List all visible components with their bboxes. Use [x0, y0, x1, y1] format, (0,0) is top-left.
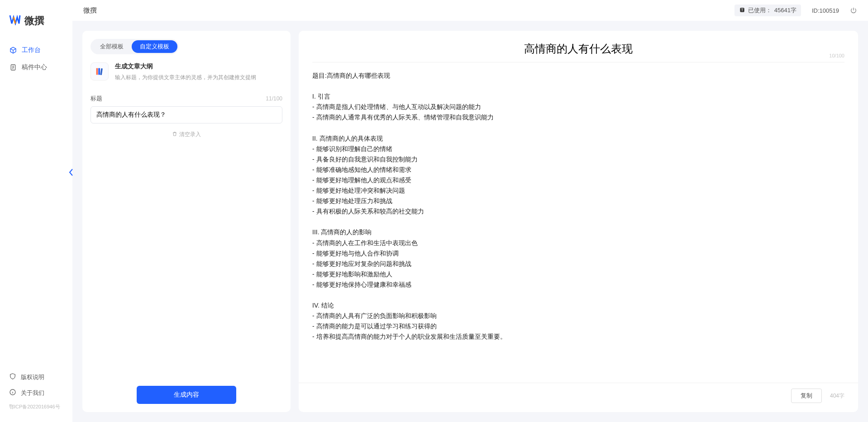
doc-icon — [9, 63, 17, 71]
topbar-right: T 已使用：45641字 ID:100519 — [734, 5, 857, 16]
svg-rect-5 — [98, 68, 100, 75]
usage-prefix: 已使用： — [748, 6, 772, 14]
clear-input-link[interactable]: 清空录入 — [172, 131, 201, 138]
template-meta: 生成文章大纲 输入标题，为你提供文章主体的灵感，并为其创建推文提纲 — [115, 62, 256, 82]
logo: 微撰 — [0, 14, 72, 42]
clear-label: 清空录入 — [179, 131, 201, 138]
sb-item-about[interactable]: 关于我们 — [0, 385, 72, 401]
workspace: 全部模板 自定义模板 生成文章大纲 输入标题，为你提供文章主体的灵感，并为其创建… — [72, 21, 868, 422]
nav-label: 工作台 — [22, 46, 41, 54]
nav-item-workbench[interactable]: 工作台 — [0, 42, 72, 59]
nav: 工作台 稿件中心 — [0, 42, 72, 369]
topbar: 微撰 T 已使用：45641字 ID:100519 — [72, 0, 868, 21]
label-row: 标题 11/100 — [91, 95, 282, 103]
tabs-wrap: 全部模板 自定义模板 — [82, 31, 291, 54]
svg-rect-6 — [100, 68, 103, 75]
panel-input: 全部模板 自定义模板 生成文章大纲 输入标题，为你提供文章主体的灵感，并为其创建… — [82, 31, 291, 412]
logo-icon — [9, 14, 21, 28]
form-area: 标题 11/100 清空录入 — [82, 90, 291, 378]
sidebar-bottom: 版权说明 关于我们 鄂ICP备2022016946号 — [0, 369, 72, 422]
output-char-count: 404字 — [830, 392, 844, 400]
nav-label: 稿件中心 — [22, 63, 47, 71]
output-title-input[interactable] — [312, 43, 844, 55]
logo-text: 微撰 — [24, 14, 44, 28]
template-card: 生成文章大纲 输入标题，为你提供文章主体的灵感，并为其创建推文提纲 — [82, 54, 291, 90]
output-title-counter: 10/100 — [829, 53, 844, 58]
power-icon[interactable] — [850, 7, 857, 14]
output-body[interactable]: 题目:高情商的人有哪些表现 I. 引言 - 高情商是指人们处理情绪、与他人互动以… — [299, 62, 858, 383]
template-desc: 输入标题，为你提供文章主体的灵感，并为其创建推文提纲 — [115, 73, 256, 82]
tab-custom-template[interactable]: 自定义模板 — [132, 40, 177, 53]
icp-text: 鄂ICP备2022016946号 — [0, 401, 72, 413]
user-id: ID:100519 — [812, 7, 839, 14]
main: 微撰 T 已使用：45641字 ID:100519 — [72, 0, 868, 422]
usage-badge[interactable]: T 已使用：45641字 — [734, 5, 801, 16]
output-head: 10/100 — [299, 31, 858, 59]
tab-all-templates[interactable]: 全部模板 — [92, 40, 132, 53]
sidebar: 微撰 工作台 稿件中心 版权说明 — [0, 0, 72, 422]
output-foot: 复制 404字 — [299, 383, 858, 412]
books-icon — [91, 62, 109, 81]
svg-text:T: T — [741, 8, 743, 12]
nav-item-drafts[interactable]: 稿件中心 — [0, 59, 72, 76]
template-title: 生成文章大纲 — [115, 62, 256, 71]
submit-row: 生成内容 — [82, 378, 291, 412]
title-counter: 11/100 — [266, 95, 282, 102]
id-value: 100519 — [820, 7, 839, 14]
copy-button[interactable]: 复制 — [791, 389, 822, 403]
generate-button[interactable]: 生成内容 — [137, 386, 236, 404]
sb-item-copyright[interactable]: 版权说明 — [0, 369, 72, 385]
sb-label: 版权说明 — [21, 373, 44, 381]
usage-value: 45641字 — [774, 6, 796, 14]
sidebar-collapse-handle[interactable] — [68, 167, 74, 177]
svg-rect-4 — [96, 68, 98, 75]
title-input[interactable] — [91, 106, 282, 123]
template-tabs: 全部模板 自定义模板 — [91, 39, 179, 54]
trash-icon — [172, 131, 177, 138]
sb-label: 关于我们 — [21, 389, 44, 397]
id-prefix: ID: — [812, 7, 820, 14]
app-title: 微撰 — [83, 6, 97, 15]
title-field-label: 标题 — [91, 95, 102, 103]
cube-icon — [9, 46, 17, 54]
shield-icon — [9, 373, 16, 381]
text-icon: T — [739, 7, 745, 14]
info-icon — [9, 389, 16, 397]
panel-output: 10/100 题目:高情商的人有哪些表现 I. 引言 - 高情商是指人们处理情绪… — [299, 31, 858, 412]
